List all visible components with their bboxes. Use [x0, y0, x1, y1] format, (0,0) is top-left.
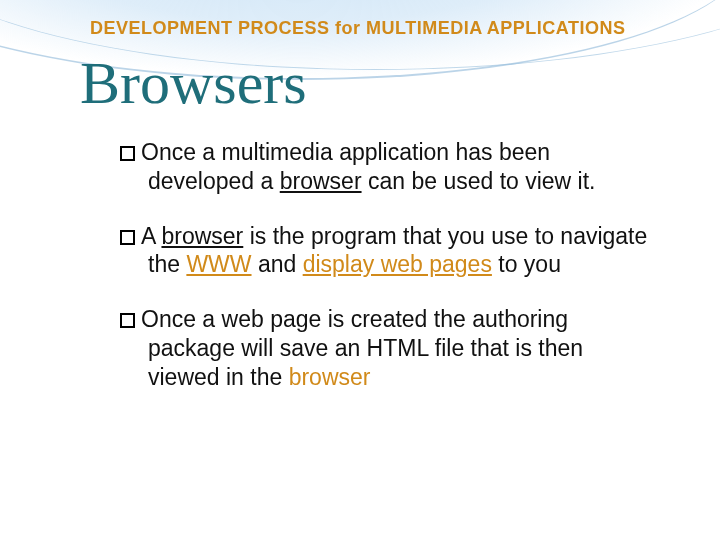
- bullet-3: Once a web page is created the authoring…: [120, 305, 660, 391]
- bullet-marker-icon: [120, 313, 135, 328]
- bullet-2-text-d: to you: [492, 251, 561, 277]
- bullet-marker-icon: [120, 230, 135, 245]
- bullet-3-keyword-browser: browser: [289, 364, 371, 390]
- bullet-marker-icon: [120, 146, 135, 161]
- slide-content: Once a multimedia application has been d…: [0, 138, 720, 391]
- bullet-2-keyword-browser: browser: [161, 223, 243, 249]
- bullet-2-text-a: A: [141, 223, 161, 249]
- slide-title: Browsers: [0, 39, 720, 138]
- bullet-2: A browser is the program that you use to…: [120, 222, 660, 280]
- bullet-1: Once a multimedia application has been d…: [120, 138, 660, 196]
- bullet-2-keyword-display: display web pages: [303, 251, 492, 277]
- bullet-1-text-b: can be used to view it.: [362, 168, 596, 194]
- bullet-2-keyword-www: WWW: [186, 251, 251, 277]
- slide-header: DEVELOPMENT PROCESS for MULTIMEDIA APPLI…: [0, 0, 720, 39]
- bullet-1-keyword-browser: browser: [280, 168, 362, 194]
- bullet-2-text-c: and: [252, 251, 303, 277]
